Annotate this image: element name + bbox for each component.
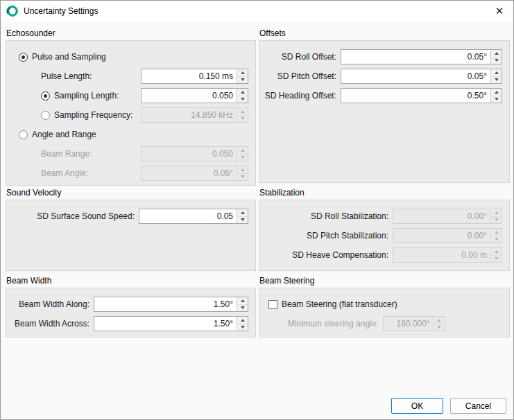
spinner-buttons <box>490 209 502 223</box>
sd-pitch-offset-value[interactable]: 0.05° <box>341 69 490 83</box>
beam-steering-checkbox-row[interactable]: Beam Steering (flat transducer) <box>268 297 509 312</box>
sampling-length-value[interactable]: 0.050 <box>142 89 237 103</box>
sd-surface-sound-speed-label: SD Surface Sound Speed: <box>37 211 135 221</box>
pulse-length-spinbox[interactable]: 0.150 ms <box>141 69 248 84</box>
close-icon[interactable]: ✕ <box>486 1 513 21</box>
beam-steering-body: Beam Steering (flat transducer) Minimum … <box>259 288 510 338</box>
titlebar: Uncertainty Settings ✕ <box>1 1 513 21</box>
sd-heave-compensation-label: SD Heave Compensation: <box>292 250 388 260</box>
spinner-buttons <box>237 317 248 331</box>
group-beam-width: Beam Width Beam Width Along: 1.50° <box>6 276 256 338</box>
spin-up-icon <box>237 166 248 173</box>
spin-up-icon[interactable] <box>237 317 248 324</box>
spin-down-icon <box>434 324 445 331</box>
spin-up-icon[interactable] <box>237 89 248 96</box>
sampling-frequency-radio[interactable] <box>41 111 50 120</box>
angle-and-range-radio[interactable] <box>19 130 28 139</box>
group-sound-velocity: Sound Velocity SD Surface Sound Speed: 0… <box>6 188 256 271</box>
spin-down-icon <box>491 216 502 224</box>
sd-surface-sound-speed-row: SD Surface Sound Speed: 0.05 <box>6 209 255 224</box>
angle-and-range-label: Angle and Range <box>32 130 96 139</box>
spin-down-icon[interactable] <box>237 324 248 331</box>
sd-surface-sound-speed-spinbox[interactable]: 0.05 <box>139 209 248 224</box>
sampling-length-radio[interactable] <box>41 91 50 100</box>
spin-down-icon <box>237 154 248 161</box>
spinner-buttons <box>490 229 502 243</box>
sd-heading-offset-value[interactable]: 0.50° <box>341 89 490 103</box>
beam-width-across-row: Beam Width Across: 1.50° <box>6 316 255 331</box>
spin-down-icon[interactable] <box>491 57 502 64</box>
spin-up-icon[interactable] <box>491 89 502 96</box>
sd-roll-stabilization-label: SD Roll Stabilization: <box>311 211 388 221</box>
sampling-frequency-row: Sampling Frequency: 14.850 kHz <box>41 107 255 123</box>
sd-heave-compensation-value: 0.00 m <box>393 248 490 262</box>
spinner-buttons <box>237 89 248 103</box>
sd-pitch-offset-row: SD Pitch Offset: 0.05° <box>259 69 509 84</box>
cancel-button[interactable]: Cancel <box>450 398 506 414</box>
angle-and-range-option[interactable]: Angle and Range <box>19 127 255 142</box>
sd-roll-offset-value[interactable]: 0.05° <box>341 50 490 64</box>
ok-button[interactable]: OK <box>391 398 443 414</box>
sd-pitch-offset-spinbox[interactable]: 0.05° <box>341 69 502 84</box>
spinner-buttons <box>237 209 248 223</box>
spin-up-icon <box>434 317 445 324</box>
beam-width-along-spinbox[interactable]: 1.50° <box>94 297 248 312</box>
sd-roll-offset-label: SD Roll Offset: <box>282 52 336 62</box>
window-title: Uncertainty Settings <box>24 6 486 16</box>
beam-steering-checkbox[interactable] <box>268 300 277 309</box>
spinner-buttons <box>490 89 502 103</box>
spin-up-icon[interactable] <box>491 69 502 76</box>
sampling-frequency-label: Sampling Frequency: <box>54 110 132 120</box>
offsets-title: Offsets <box>259 28 510 40</box>
beam-width-along-value[interactable]: 1.50° <box>94 297 237 311</box>
spinner-buttons <box>490 50 502 64</box>
pulse-length-value[interactable]: 0.150 ms <box>142 69 237 83</box>
spinner-buttons <box>490 69 502 83</box>
sampling-length-spinbox[interactable]: 0.050 <box>141 88 248 103</box>
app-logo-icon <box>6 5 19 17</box>
sd-pitch-stabilization-spinbox: 0.00° <box>393 228 502 243</box>
sampling-length-row: Sampling Length: 0.050 <box>41 88 255 103</box>
spin-up-icon[interactable] <box>237 297 248 304</box>
beam-range-spinbox: 0.050 <box>141 146 248 161</box>
beam-steering-checkbox-label: Beam Steering (flat transducer) <box>282 299 397 309</box>
spin-down-icon[interactable] <box>237 216 248 224</box>
spin-down-icon[interactable] <box>237 96 248 103</box>
sd-heading-offset-label: SD Heading Offset: <box>265 91 336 100</box>
spin-down-icon[interactable] <box>491 76 502 84</box>
beam-width-along-label: Beam Width Along: <box>19 299 89 309</box>
spin-up-icon[interactable] <box>237 69 248 76</box>
spin-down-icon <box>237 173 248 181</box>
spin-up-icon[interactable] <box>237 209 248 216</box>
sd-roll-offset-spinbox[interactable]: 0.05° <box>341 49 502 64</box>
spinner-buttons <box>434 317 445 331</box>
spinner-buttons <box>237 147 248 161</box>
sd-heading-offset-row: SD Heading Offset: 0.50° <box>259 88 509 103</box>
sd-pitch-stabilization-value: 0.00° <box>393 229 490 243</box>
spin-up-icon <box>491 229 502 236</box>
pulse-length-row: Pulse Length: 0.150 ms <box>41 69 255 84</box>
beam-width-title: Beam Width <box>6 276 256 288</box>
spin-down-icon <box>491 236 502 243</box>
spin-down-icon[interactable] <box>237 76 248 84</box>
beam-width-along-row: Beam Width Along: 1.50° <box>6 297 255 312</box>
beam-width-across-value[interactable]: 1.50° <box>94 317 237 331</box>
beam-width-across-spinbox[interactable]: 1.50° <box>94 316 248 331</box>
spin-down-icon[interactable] <box>491 96 502 103</box>
spin-down-icon[interactable] <box>237 304 248 312</box>
sound-velocity-body: SD Surface Sound Speed: 0.05 <box>6 200 256 271</box>
pulse-and-sampling-radio[interactable] <box>19 53 28 62</box>
minimum-steering-angle-value: 180.000° <box>384 317 434 331</box>
sd-heading-offset-spinbox[interactable]: 0.50° <box>341 88 502 103</box>
sd-surface-sound-speed-value[interactable]: 0.05 <box>139 209 237 223</box>
beam-range-value: 0.050 <box>142 147 237 161</box>
sampling-length-label: Sampling Length: <box>54 91 119 100</box>
spinner-buttons <box>490 248 502 262</box>
spin-up-icon[interactable] <box>491 50 502 57</box>
spinner-buttons <box>237 297 248 311</box>
beam-angle-row: Beam Angle: 0.05° <box>41 166 255 181</box>
pulse-and-sampling-option[interactable]: Pulse and Sampling <box>19 49 255 64</box>
beam-angle-value: 0.05° <box>142 166 237 180</box>
spinner-buttons <box>237 166 248 180</box>
sd-heave-compensation-row: SD Heave Compensation: 0.00 m <box>259 247 509 263</box>
